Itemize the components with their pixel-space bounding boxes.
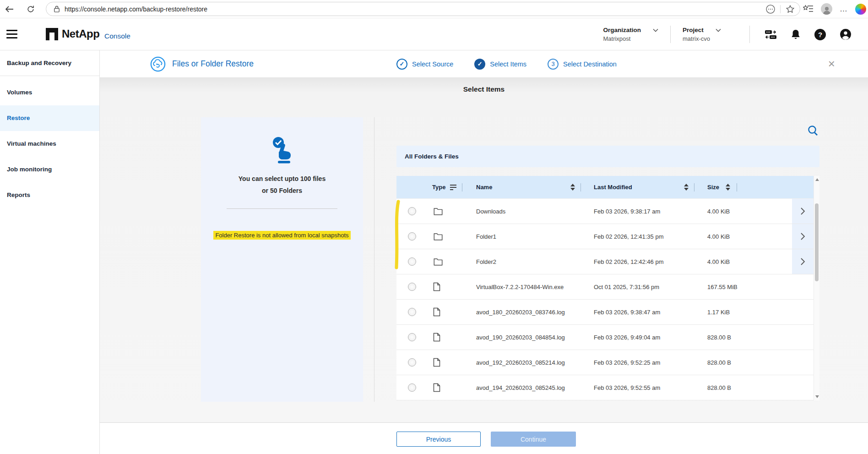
row-last-modified: Feb 03 2026, 9:49:04 am <box>594 325 707 350</box>
browser-refresh-button[interactable] <box>25 3 37 15</box>
sidebar-item[interactable]: Reports <box>0 182 99 208</box>
table-row[interactable]: avod_194_20260203_085245.log Feb 03 2026… <box>396 375 819 400</box>
wizard-step[interactable]: ✓ Select Source <box>396 59 453 70</box>
sidebar-item[interactable]: Restore <box>0 105 99 131</box>
row-expand-button[interactable] <box>792 350 814 375</box>
row-expand-button[interactable] <box>792 249 814 274</box>
sidebar-item-label: Backup and Recovery <box>7 60 71 66</box>
sort-icon[interactable] <box>684 184 689 191</box>
connector-icon[interactable] <box>765 29 777 40</box>
step-marker: 3 <box>548 59 559 70</box>
row-radio-button[interactable] <box>408 308 416 316</box>
row-radio-button[interactable] <box>408 207 416 215</box>
sidebar-nav: Backup and Recovery Volumes Restore Virt… <box>0 50 100 454</box>
netapp-logo: NetApp <box>46 27 99 40</box>
filter-icon[interactable] <box>450 185 456 190</box>
column-header[interactable]: Last Modified <box>594 176 707 198</box>
back-arrow-icon <box>5 5 14 13</box>
sidebar-item[interactable]: Virtual machines <box>0 131 99 157</box>
selection-info-panel: You can select upto 100 files or 50 Fold… <box>201 117 363 402</box>
sort-icon[interactable] <box>726 184 730 191</box>
app-header: NetApp Console Organization Matrixpost P… <box>0 18 868 50</box>
files-table: Type Name Last Modified <box>396 176 819 400</box>
row-expand-button[interactable] <box>792 375 814 400</box>
project-selector[interactable]: Project matrix-cvo <box>683 27 738 42</box>
collections-icon[interactable] <box>803 5 814 14</box>
copilot-icon[interactable] <box>855 4 866 15</box>
step-marker: ✓ <box>396 59 407 70</box>
organization-selector[interactable]: Organization Matrixpost <box>603 27 658 42</box>
select-hand-check-icon <box>267 136 297 165</box>
person-icon <box>822 5 832 15</box>
chevron-right-icon <box>800 207 805 215</box>
scroll-down-icon[interactable] <box>815 395 819 398</box>
sidebar-item[interactable]: Backup and Recovery <box>0 50 99 76</box>
continue-button[interactable]: Continue <box>491 432 576 447</box>
row-expand-button[interactable] <box>792 325 814 350</box>
account-icon[interactable] <box>840 28 852 40</box>
folder-icon <box>433 207 443 216</box>
row-name: Folder2 <box>476 249 594 274</box>
feedback-icon[interactable] <box>765 4 776 14</box>
sidebar-item[interactable]: Job monitoring <box>0 157 99 182</box>
organization-label: Organization <box>603 27 641 33</box>
file-icon <box>433 333 440 342</box>
row-name: Folder1 <box>476 224 594 249</box>
wizard-step[interactable]: ✓ Select Items <box>474 59 526 70</box>
sidebar-item-label: Job monitoring <box>7 166 52 173</box>
row-size: 4.00 KiB <box>707 249 792 274</box>
table-row[interactable]: avod_192_20260203_085214.log Feb 03 2026… <box>396 350 819 375</box>
browser-back-button[interactable] <box>4 3 16 15</box>
row-last-modified: Feb 02 2026, 12:41:35 pm <box>594 224 707 249</box>
divider <box>374 117 374 402</box>
divider <box>580 183 581 191</box>
search-icon <box>807 125 819 137</box>
table-row[interactable]: Folder1 Feb 02 2026, 12:41:35 pm 4.00 Ki… <box>396 224 819 249</box>
column-header[interactable]: Name <box>476 176 594 198</box>
table-row[interactable]: VirtualBox-7.2.2-170484-Win.exe Oct 01 2… <box>396 274 819 300</box>
scroll-up-icon[interactable] <box>815 178 819 181</box>
table-row[interactable]: Downloads Feb 03 2026, 9:38:17 am 4.00 K… <box>396 199 819 224</box>
browser-menu-icon[interactable]: … <box>840 7 848 11</box>
row-radio-button[interactable] <box>408 283 416 291</box>
row-name: avod_180_20260203_083746.log <box>476 300 594 324</box>
selection-limit-line2: or 50 Folders <box>201 187 363 194</box>
url-text[interactable]: https://console.netapp.com/backup-restor… <box>65 5 765 13</box>
netapp-logo-mark <box>46 28 58 40</box>
sidebar-item[interactable]: Volumes <box>0 80 99 105</box>
sort-icon[interactable] <box>570 184 575 191</box>
hamburger-menu-icon[interactable] <box>6 30 17 38</box>
notifications-bell-icon[interactable] <box>791 29 801 40</box>
search-button[interactable] <box>807 125 820 137</box>
scrollbar-thumb[interactable] <box>815 203 819 281</box>
column-header[interactable]: Type <box>432 176 476 198</box>
row-radio-button[interactable] <box>408 232 416 241</box>
row-expand-button[interactable] <box>792 274 814 299</box>
product-name: Console <box>104 32 130 40</box>
column-header[interactable]: Size <box>707 176 814 198</box>
row-name: VirtualBox-7.2.2-170484-Win.exe <box>476 274 594 299</box>
row-radio-button[interactable] <box>408 333 416 341</box>
close-icon[interactable]: × <box>828 57 835 71</box>
chevron-right-icon <box>800 257 805 266</box>
file-icon <box>433 358 440 367</box>
table-row[interactable]: avod_190_20260203_084854.log Feb 03 2026… <box>396 325 819 350</box>
favorite-star-icon[interactable] <box>785 4 795 14</box>
restore-cloud-icon <box>150 56 166 72</box>
row-radio-button[interactable] <box>408 257 416 266</box>
row-radio-button[interactable] <box>408 358 416 366</box>
previous-button[interactable]: Previous <box>396 432 481 447</box>
address-bar[interactable]: https://console.netapp.com/backup-restor… <box>46 2 800 16</box>
help-icon[interactable]: ? <box>814 29 826 40</box>
row-radio-button[interactable] <box>408 383 416 392</box>
row-expand-button[interactable] <box>792 300 814 324</box>
row-name: avod_194_20260203_085245.log <box>476 375 594 400</box>
row-expand-button[interactable] <box>792 199 814 224</box>
table-scrollbar[interactable] <box>814 176 819 400</box>
table-row[interactable]: Folder2 Feb 02 2026, 12:42:46 pm 4.00 Ki… <box>396 249 819 274</box>
group-header: All Folders & Files <box>396 146 819 167</box>
wizard-step[interactable]: 3 Select Destination <box>548 59 617 70</box>
row-expand-button[interactable] <box>792 224 814 249</box>
browser-profile-avatar[interactable] <box>821 3 832 15</box>
table-row[interactable]: avod_180_20260203_083746.log Feb 03 2026… <box>396 300 819 325</box>
